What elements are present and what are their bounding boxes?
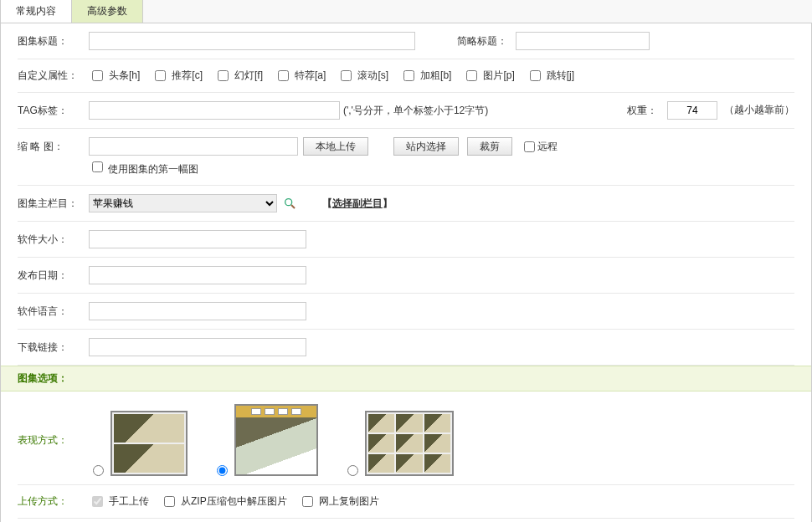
svg-line-1 [291, 205, 295, 208]
label-title: 图集标题： [18, 34, 89, 49]
svg-point-0 [285, 199, 292, 206]
magnifier-icon[interactable] [282, 196, 297, 211]
use-first-image-label: 使用图集的第一幅图 [108, 163, 198, 175]
attr-special-checkbox[interactable] [278, 70, 289, 81]
upload-web-label: 网上复制图片 [319, 494, 379, 509]
use-first-image-checkbox[interactable] [92, 161, 103, 172]
label-lang: 软件语言： [18, 304, 89, 319]
download-link-input[interactable] [89, 338, 306, 356]
upload-zip-label: 从ZIP压缩包中解压图片 [181, 494, 287, 509]
label-upload-method: 上传方式： [18, 494, 89, 509]
label-display-mode: 表现方式： [18, 433, 89, 448]
display-mode-grid-preview [365, 411, 454, 476]
tag-input[interactable] [89, 101, 340, 120]
attr-bold-label: 加粗[b] [420, 69, 451, 83]
display-mode-stack-preview [110, 411, 188, 476]
display-mode-single-radio[interactable] [217, 465, 228, 476]
display-mode-grid-radio[interactable] [347, 465, 358, 476]
attr-bold-checkbox[interactable] [403, 70, 414, 81]
sub-column-link[interactable]: 【选择副栏目】 [322, 197, 393, 211]
attr-scroll-label: 滚动[s] [357, 69, 388, 83]
tag-hint: (','号分开，单个标签小于12字节) [343, 104, 488, 118]
display-mode-single-preview [234, 404, 318, 476]
attr-slide-label: 幻灯[f] [234, 69, 263, 83]
thumb-input[interactable] [89, 137, 298, 156]
label-main-column: 图集主栏目： [18, 197, 89, 211]
label-download: 下载链接： [18, 340, 89, 355]
attr-recommend-label: 推荐[c] [172, 69, 203, 83]
publish-date-input[interactable] [89, 266, 306, 284]
remote-checkbox[interactable] [524, 141, 535, 152]
attr-jump-checkbox[interactable] [530, 70, 541, 81]
label-thumb: 缩 略 图： [18, 140, 89, 154]
upload-zip-checkbox[interactable] [164, 496, 175, 507]
local-upload-button[interactable]: 本地上传 [303, 137, 368, 156]
gallery-options-heading: 图集选项： [1, 366, 811, 392]
remote-label: 远程 [537, 140, 558, 154]
main-column-select[interactable]: 苹果赚钱 [89, 194, 277, 212]
upload-manual-label: 手工上传 [109, 494, 149, 509]
software-language-input[interactable] [89, 302, 306, 320]
label-weight: 权重： [627, 104, 657, 118]
label-simple-title: 简略标题： [457, 34, 507, 49]
attr-recommend-checkbox[interactable] [155, 70, 166, 81]
attr-image-checkbox[interactable] [466, 70, 477, 81]
site-select-button[interactable]: 站内选择 [393, 137, 459, 156]
tab-advanced[interactable]: 高级参数 [71, 0, 143, 23]
attr-image-label: 图片[p] [483, 69, 514, 83]
crop-button[interactable]: 裁剪 [467, 137, 512, 156]
tab-normal[interactable]: 常规内容 [0, 0, 71, 23]
label-date: 发布日期： [18, 269, 89, 283]
attr-headline-checkbox[interactable] [92, 70, 103, 81]
label-size: 软件大小： [18, 233, 89, 247]
software-size-input[interactable] [89, 230, 306, 248]
upload-manual-checkbox[interactable] [92, 496, 103, 507]
label-attrs: 自定义属性： [18, 69, 89, 83]
attr-headline-label: 头条[h] [109, 69, 140, 83]
attr-slide-checkbox[interactable] [218, 70, 229, 81]
label-tag: TAG标签： [18, 104, 89, 118]
weight-hint: （越小越靠前） [724, 102, 794, 118]
simple-title-input[interactable] [516, 32, 650, 50]
attr-special-label: 特荐[a] [295, 69, 326, 83]
display-mode-stack-radio[interactable] [93, 465, 104, 476]
gallery-title-input[interactable] [89, 32, 415, 50]
attr-scroll-checkbox[interactable] [341, 70, 352, 81]
weight-input[interactable] [667, 101, 717, 120]
attr-jump-label: 跳转[j] [547, 69, 574, 83]
upload-web-checkbox[interactable] [302, 496, 313, 507]
